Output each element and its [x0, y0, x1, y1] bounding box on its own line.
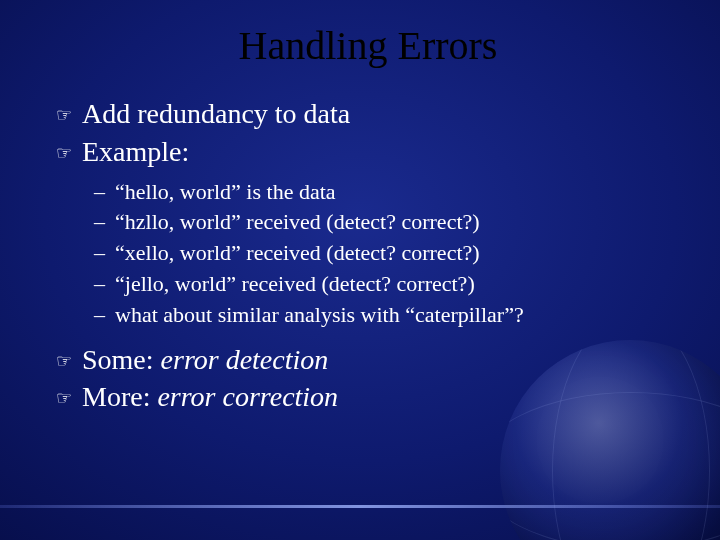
- pointing-hand-icon: ☞: [56, 386, 72, 410]
- bullet-prefix: Some:: [82, 344, 161, 375]
- bullet-level2: – “xello, world” received (detect? corre…: [94, 238, 680, 269]
- bullet-prefix: More:: [82, 381, 157, 412]
- bullet-text: “jello, world” received (detect? correct…: [115, 269, 475, 300]
- bullet-text: “hello, world” is the data: [115, 177, 336, 208]
- bullet-level1: ☞ Add redundancy to data: [56, 95, 680, 133]
- dash-icon: –: [94, 207, 105, 238]
- slide: Handling Errors ☞ Add redundancy to data…: [0, 0, 720, 540]
- bullet-text: More: error correction: [82, 378, 338, 416]
- dash-icon: –: [94, 177, 105, 208]
- bullet-level2: – what about similar analysis with “cate…: [94, 300, 680, 331]
- bullet-level1: ☞ Example:: [56, 133, 680, 171]
- sub-bullet-group: – “hello, world” is the data – “hzllo, w…: [94, 177, 680, 331]
- bullet-text: Some: error detection: [82, 341, 328, 379]
- bullet-text: Add redundancy to data: [82, 95, 350, 133]
- bullet-text: “xello, world” received (detect? correct…: [115, 238, 480, 269]
- dash-icon: –: [94, 238, 105, 269]
- bullet-text: “hzllo, world” received (detect? correct…: [115, 207, 480, 238]
- pointing-hand-icon: ☞: [56, 103, 72, 127]
- bullet-level1: ☞ Some: error detection: [56, 341, 680, 379]
- slide-title: Handling Errors: [56, 22, 680, 69]
- dash-icon: –: [94, 269, 105, 300]
- bullet-text: what about similar analysis with “caterp…: [115, 300, 524, 331]
- bullet-text: Example:: [82, 133, 189, 171]
- bullet-level1: ☞ More: error correction: [56, 378, 680, 416]
- bullet-level2: – “hello, world” is the data: [94, 177, 680, 208]
- bullet-level2: – “hzllo, world” received (detect? corre…: [94, 207, 680, 238]
- pointing-hand-icon: ☞: [56, 141, 72, 165]
- bullet-emphasis: error detection: [161, 344, 329, 375]
- bullet-emphasis: error correction: [157, 381, 338, 412]
- bullet-level2: – “jello, world” received (detect? corre…: [94, 269, 680, 300]
- dash-icon: –: [94, 300, 105, 331]
- pointing-hand-icon: ☞: [56, 349, 72, 373]
